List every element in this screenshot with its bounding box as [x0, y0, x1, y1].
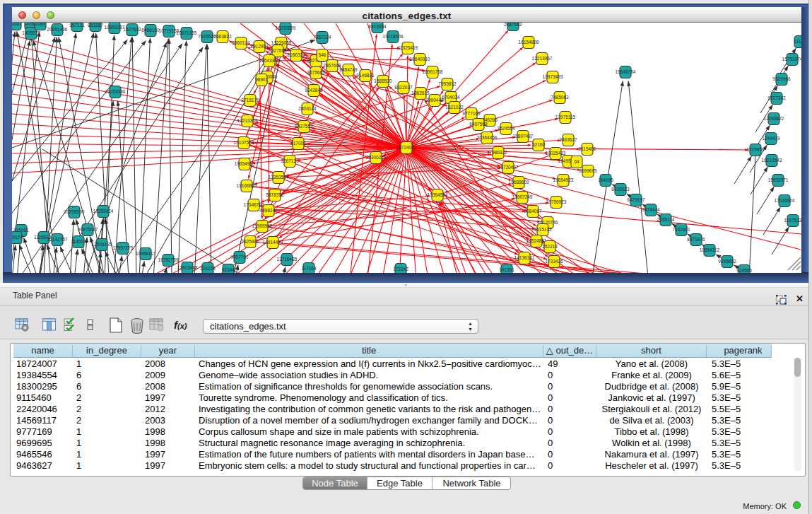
svg-text:7625402: 7625402 [241, 239, 259, 244]
svg-text:15720407: 15720407 [498, 165, 519, 170]
svg-text:18724007: 18724007 [396, 145, 417, 150]
svg-text:12975115: 12975115 [555, 115, 576, 119]
svg-text:1615132: 1615132 [534, 227, 552, 232]
svg-text:1621022: 1621022 [445, 105, 464, 110]
svg-text:10958117: 10958117 [136, 251, 156, 256]
svg-text:2687682: 2687682 [504, 23, 522, 27]
svg-text:1588520: 1588520 [374, 78, 392, 83]
svg-text:11325419: 11325419 [398, 45, 418, 50]
svg-text:1244419: 1244419 [762, 136, 780, 141]
svg-text:9474444: 9474444 [642, 207, 660, 212]
svg-text:117164: 117164 [301, 266, 317, 271]
svg-text:8427552: 8427552 [295, 124, 313, 129]
svg-text:6794024: 6794024 [442, 95, 460, 100]
svg-text:252214: 252214 [542, 244, 558, 249]
svg-text:9146821: 9146821 [356, 73, 375, 78]
svg-text:3267130: 3267130 [281, 158, 299, 163]
svg-text:10756923: 10756923 [546, 199, 567, 204]
svg-text:6466160: 6466160 [141, 28, 160, 33]
svg-text:19166825: 19166825 [237, 183, 257, 188]
svg-text:2935114: 2935114 [657, 217, 675, 222]
svg-text:12923448: 12923448 [177, 265, 198, 270]
svg-text:9699695: 9699695 [579, 168, 597, 173]
svg-text:18640910: 18640910 [410, 57, 430, 62]
svg-text:1405571: 1405571 [22, 30, 40, 35]
svg-text:7857224: 7857224 [313, 35, 331, 40]
svg-text:29300275: 29300275 [366, 155, 387, 160]
svg-text:17016504: 17016504 [775, 198, 795, 203]
svg-text:92344: 92344 [222, 267, 235, 272]
svg-text:7632621: 7632621 [672, 227, 690, 232]
svg-text:7986322: 7986322 [489, 150, 507, 155]
svg-text:16543362: 16543362 [259, 58, 280, 63]
svg-text:1167533: 1167533 [784, 218, 801, 223]
svg-text:9245652: 9245652 [718, 259, 736, 264]
svg-text:17046765: 17046765 [244, 202, 264, 207]
svg-text:6497568: 6497568 [469, 122, 488, 127]
svg-text:9242848: 9242848 [305, 88, 323, 93]
svg-text:853287: 853287 [88, 23, 103, 28]
svg-text:957121: 957121 [69, 23, 85, 28]
svg-text:10807487: 10807487 [513, 134, 534, 139]
svg-text:12142757: 12142757 [47, 237, 68, 242]
svg-text:3675685: 3675685 [307, 70, 325, 75]
svg-text:19654985: 19654985 [235, 161, 255, 166]
svg-text:9457791: 9457791 [230, 255, 249, 259]
svg-text:5878352: 5878352 [266, 192, 284, 197]
svg-text:12505195: 12505195 [92, 242, 112, 247]
svg-text:62160: 62160 [532, 142, 545, 147]
svg-text:10025433: 10025433 [546, 151, 566, 156]
svg-text:16961758: 16961758 [423, 69, 443, 74]
svg-text:1733426: 1733426 [545, 259, 563, 264]
svg-text:2718176: 2718176 [241, 98, 259, 103]
svg-text:13353594: 13353594 [269, 175, 289, 180]
svg-text:8186328: 8186328 [287, 52, 305, 57]
svg-text:8322037: 8322037 [394, 85, 413, 90]
svg-text:1990448: 1990448 [425, 98, 444, 103]
svg-text:546: 546 [319, 52, 326, 57]
svg-text:14136141: 14136141 [514, 255, 535, 260]
svg-text:7663822: 7663822 [213, 34, 232, 39]
svg-text:17957275: 17957275 [113, 245, 134, 250]
svg-text:19384554: 19384554 [428, 192, 448, 197]
svg-text:4498242: 4498242 [259, 208, 278, 213]
svg-text:1362615: 1362615 [411, 90, 430, 95]
svg-text:16648784: 16648784 [616, 69, 636, 74]
svg-text:9777169: 9777169 [462, 111, 481, 116]
svg-text:18907249: 18907249 [512, 194, 533, 199]
svg-text:9329966: 9329966 [772, 76, 791, 81]
svg-text:129234: 129234 [200, 266, 216, 271]
svg-text:16154808: 16154808 [519, 40, 539, 45]
svg-text:114519: 114519 [71, 239, 86, 244]
svg-text:15692971: 15692971 [768, 177, 789, 182]
svg-text:8960124: 8960124 [232, 40, 250, 45]
svg-text:7955812: 7955812 [438, 81, 457, 86]
svg-text:11124: 11124 [794, 39, 801, 44]
svg-text:10107553: 10107553 [234, 140, 254, 145]
svg-text:617006: 617006 [290, 141, 306, 146]
svg-text:9227342: 9227342 [767, 95, 786, 100]
svg-text:9084067: 9084067 [524, 209, 542, 214]
svg-text:7485063: 7485063 [551, 95, 569, 100]
svg-text:8938923: 8938923 [611, 187, 630, 192]
svg-text:20364456: 20364456 [477, 135, 498, 140]
svg-text:10688609: 10688609 [509, 180, 529, 185]
svg-text:12213369: 12213369 [237, 118, 258, 123]
svg-text:924565: 924565 [736, 268, 752, 273]
svg-text:8912954: 8912954 [250, 44, 269, 49]
svg-text:19218506: 19218506 [383, 34, 404, 39]
svg-text:12093822: 12093822 [764, 116, 784, 121]
svg-text:16782759: 16782759 [158, 257, 179, 262]
svg-text:16210643: 16210643 [762, 158, 782, 163]
svg-text:13716485: 13716485 [277, 257, 298, 262]
svg-text:99975687: 99975687 [78, 227, 98, 232]
svg-text:15751074: 15751074 [782, 57, 801, 62]
svg-text:80557: 80557 [12, 23, 22, 26]
svg-text:15909948: 15909948 [252, 223, 273, 228]
svg-text:13524851: 13524851 [526, 238, 547, 243]
svg-text:12213967: 12213967 [532, 56, 553, 61]
svg-text:8471676: 8471676 [687, 237, 705, 242]
svg-text:6479197: 6479197 [627, 197, 645, 202]
svg-text:1527602: 1527602 [123, 27, 141, 32]
svg-text:9327505: 9327505 [269, 48, 287, 53]
